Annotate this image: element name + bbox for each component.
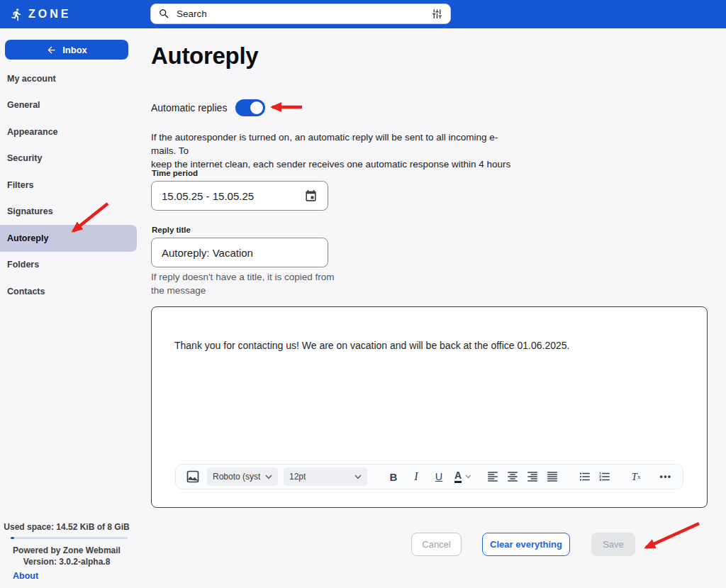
align-center-button[interactable] (505, 467, 520, 486)
zone-logo: ZONE (10, 8, 71, 21)
powered-by-text: Powered by Zone Webmail (0, 545, 133, 555)
more-options-button[interactable]: ••• (658, 467, 674, 486)
reply-title-field[interactable] (151, 238, 328, 267)
toggle-knob (250, 101, 263, 114)
chevron-down-icon (354, 475, 362, 479)
search-input[interactable] (177, 9, 425, 19)
sidebar-item-appearance[interactable]: Appearance (0, 118, 137, 145)
font-size-select[interactable]: 12pt (284, 467, 367, 486)
clear-format-sub-glyph: x (637, 473, 641, 480)
align-left-button[interactable] (485, 467, 501, 486)
reply-title-label: Reply title (152, 226, 191, 234)
sidebar-item-security[interactable]: Security (0, 145, 137, 172)
used-space-text: Used space: 14.52 KiB of 8 GiB (0, 522, 133, 532)
align-justify-button[interactable] (544, 467, 560, 486)
insert-image-button[interactable] (185, 467, 201, 486)
reply-title-hint: If reply doesn't have a title, it is cop… (151, 270, 335, 297)
search-icon (158, 8, 170, 20)
search-filters-icon[interactable] (431, 8, 443, 20)
sidebar-item-autoreply[interactable]: Autoreply (0, 225, 137, 252)
autoresponder-description: If the autoresponder is turned on, an au… (151, 131, 520, 171)
automatic-replies-row: Automatic replies (151, 99, 265, 117)
back-to-inbox-label: Inbox (62, 45, 87, 55)
chevron-down-icon (465, 475, 471, 479)
logo-wordmark: ZONE (28, 8, 71, 21)
automatic-replies-label: Automatic replies (151, 102, 227, 113)
align-right-button[interactable] (525, 467, 540, 486)
clear-everything-button[interactable]: Clear everything (482, 533, 570, 556)
bold-button[interactable]: B (386, 467, 401, 486)
search-bar[interactable] (150, 4, 451, 24)
sidebar-item-contacts[interactable]: Contacts (0, 278, 137, 305)
sidebar-item-folders[interactable]: Folders (0, 252, 137, 279)
back-to-inbox-button[interactable]: Inbox (5, 40, 128, 60)
autoreply-message-editor: Thank you for contacting us! We are on v… (151, 306, 708, 508)
text-color-button[interactable]: A (455, 467, 471, 486)
storage-quota-bar (11, 537, 128, 539)
version-text: Version: 3.0.2-alpha.8 (0, 557, 133, 567)
page-title: Autoreply (151, 43, 258, 70)
about-link[interactable]: About (13, 571, 38, 581)
runner-icon (10, 8, 23, 21)
settings-nav: My account General Appearance Security F… (0, 65, 137, 305)
save-button[interactable]: Save (591, 533, 635, 556)
sidebar-item-general[interactable]: General (0, 92, 137, 119)
bulleted-list-button[interactable] (577, 467, 593, 486)
annotation-arrow-save (646, 523, 699, 548)
font-size-value: 12pt (289, 472, 306, 482)
font-family-select[interactable]: Roboto (syst... (207, 467, 278, 486)
editor-toolbar: Roboto (syst... 12pt B I U A (175, 464, 683, 489)
cancel-button[interactable]: Cancel (411, 533, 462, 556)
time-period-field[interactable] (151, 181, 328, 211)
text-color-glyph: A (454, 470, 462, 483)
underline-button[interactable]: U (431, 467, 447, 486)
reply-title-input[interactable] (162, 247, 318, 259)
message-body-input[interactable]: Thank you for contacting us! We are on v… (174, 340, 684, 351)
time-period-label: Time period (152, 169, 198, 177)
sidebar-item-signatures[interactable]: Signatures (0, 199, 137, 226)
sidebar-item-filters[interactable]: Filters (0, 172, 137, 199)
storage-quota-fill (11, 537, 14, 539)
time-period-input[interactable] (162, 190, 304, 202)
back-arrow-icon (46, 45, 57, 55)
top-header-bar: ZONE (0, 0, 726, 28)
clear-format-glyph: T (632, 471, 637, 483)
chevron-down-icon (265, 475, 272, 479)
italic-button[interactable]: I (408, 467, 424, 486)
calendar-icon[interactable] (304, 189, 318, 203)
font-family-value: Roboto (syst... (213, 472, 261, 482)
automatic-replies-toggle[interactable] (235, 99, 265, 116)
numbered-list-button[interactable] (597, 467, 613, 486)
sidebar-item-my-account[interactable]: My account (0, 65, 137, 92)
clear-formatting-button[interactable]: Tx (628, 467, 644, 486)
